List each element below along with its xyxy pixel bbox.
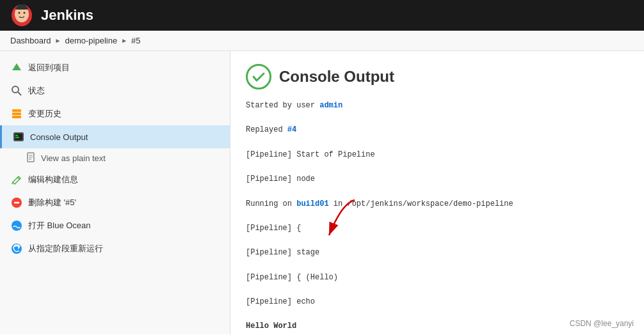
svg-rect-9 <box>12 109 21 112</box>
watermark: CSDN @lee_yanyi <box>570 319 634 328</box>
svg-point-2 <box>19 12 20 14</box>
console-link-admin[interactable]: admin <box>319 101 342 110</box>
svg-point-24 <box>12 221 22 231</box>
breadcrumb-arrow-1: ► <box>55 37 61 44</box>
breadcrumb-build[interactable]: #5 <box>131 36 140 45</box>
up-arrow-icon <box>10 61 23 74</box>
sidebar-label-delete: 删除构建 '#5' <box>28 197 76 208</box>
page-title: Console Output <box>279 68 394 86</box>
console-line-9: [Pipeline] echo <box>246 296 629 308</box>
history-icon <box>10 107 23 120</box>
sidebar-item-replay[interactable]: 从指定阶段重新运行 <box>0 237 230 260</box>
content-area: Console Output Started by user admin Rep… <box>230 51 644 334</box>
delete-icon <box>10 196 23 209</box>
sidebar-label-edit: 编辑构建信息 <box>28 174 78 185</box>
sidebar-label-status: 状态 <box>28 85 45 97</box>
replay-icon <box>10 242 23 255</box>
console-line-6: [Pipeline] { <box>246 222 629 235</box>
sidebar-label-ocean: 打开 Blue Ocean <box>28 220 91 231</box>
sidebar-label-back: 返回到项目 <box>28 62 70 74</box>
console-text-1a: Started by user <box>246 101 319 110</box>
console-line-7: [Pipeline] stage <box>246 247 629 259</box>
console-link-replay4[interactable]: #4 <box>287 125 296 134</box>
jenkins-logo-icon <box>10 4 33 27</box>
console-text-5a: Running on <box>246 199 296 208</box>
breadcrumb-dashboard[interactable]: Dashboard <box>10 36 51 45</box>
svg-marker-6 <box>12 63 21 70</box>
sidebar-item-edit-build[interactable]: 编辑构建信息 <box>0 168 230 191</box>
breadcrumb-pipeline[interactable]: demo-pipeline <box>65 36 118 45</box>
page-header: Console Output <box>246 64 629 90</box>
sidebar-label-replay: 从指定阶段重新运行 <box>28 243 103 254</box>
breadcrumb-arrow-2: ► <box>121 37 127 44</box>
breadcrumb: Dashboard ► demo-pipeline ► #5 <box>0 31 644 51</box>
sidebar: 返回到项目 状态 变更历史 <box>0 51 230 334</box>
console-line-4: [Pipeline] node <box>246 173 629 185</box>
sidebar-item-view-plain-text[interactable]: View as plain text <box>0 148 230 168</box>
app-title: Jenkins <box>41 7 93 24</box>
svg-point-7 <box>12 86 19 93</box>
svg-point-3 <box>24 12 26 14</box>
sidebar-item-status[interactable]: 状态 <box>0 79 230 102</box>
sidebar-item-back-to-project[interactable]: 返回到项目 <box>0 56 230 79</box>
ocean-icon <box>10 219 23 232</box>
svg-rect-11 <box>12 116 21 118</box>
svg-line-21 <box>12 182 13 184</box>
svg-rect-10 <box>12 113 21 115</box>
sidebar-label-console: Console Output <box>30 132 88 142</box>
svg-line-8 <box>18 92 21 95</box>
red-arrow-annotation <box>303 197 367 248</box>
sidebar-label-plain-text: View as plain text <box>41 153 106 163</box>
sidebar-label-history: 变更历史 <box>28 108 61 120</box>
console-line-2: Replayed #4 <box>246 124 629 136</box>
edit-icon <box>10 173 23 186</box>
console-line-8: [Pipeline] { (Hello) <box>246 272 629 284</box>
console-line-3: [Pipeline] Start of Pipeline <box>246 149 629 161</box>
sidebar-item-console-output[interactable]: Console Output <box>0 125 230 148</box>
success-icon <box>246 64 271 90</box>
search-icon <box>10 84 23 97</box>
header: Jenkins <box>0 0 644 31</box>
console-line-1: Started by user admin <box>246 100 629 112</box>
console-output-area: Started by user admin Replayed #4 [Pipel… <box>246 100 629 334</box>
svg-rect-5 <box>17 4 26 8</box>
sidebar-item-change-history[interactable]: 变更历史 <box>0 102 230 125</box>
sidebar-item-blue-ocean[interactable]: 打开 Blue Ocean <box>0 214 230 237</box>
doc-icon <box>26 152 36 164</box>
svg-rect-13 <box>15 134 22 140</box>
console-text-2a: Replayed <box>246 125 287 134</box>
console-icon <box>12 130 25 143</box>
main-layout: 返回到项目 状态 变更历史 <box>0 51 644 334</box>
sidebar-item-delete-build[interactable]: 删除构建 '#5' <box>0 191 230 214</box>
